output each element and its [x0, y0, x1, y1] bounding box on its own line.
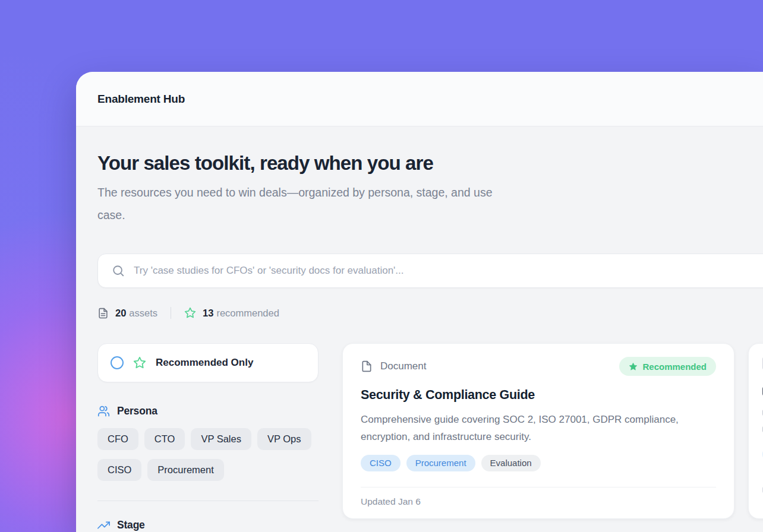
persona-chip-procurement[interactable]: Procurement [147, 459, 223, 481]
tag-procurement: Procurement [406, 455, 475, 471]
stats-divider [171, 307, 171, 319]
stats-row: 20 assets 13 recommended [97, 306, 763, 320]
card-title: Security & Compliance Guide [361, 388, 716, 403]
search-input[interactable] [134, 265, 763, 277]
recommended-count: 13 [203, 308, 213, 319]
app-title: Enablement Hub [97, 93, 185, 106]
recommended-only-toggle[interactable]: Recommended Only [97, 343, 319, 382]
card-divider [361, 487, 716, 487]
card-description-line: encryption, and infrastructure security. [361, 428, 716, 445]
search-bar[interactable] [97, 254, 763, 288]
page-subtitle: The resources you need to win deals—orga… [97, 181, 763, 226]
card-top-row: Document Recommended [361, 357, 716, 376]
card-updated: Updated Jan 6 [361, 496, 716, 507]
users-icon [97, 405, 110, 417]
tag-ciso: CISO [361, 455, 401, 471]
assets-label: assets [129, 308, 157, 319]
persona-chip-cfo[interactable]: CFO [97, 428, 138, 450]
recommended-badge-label: Recommended [642, 362, 707, 372]
card-type-label: Document [380, 360, 426, 372]
card-description-line: Comprehensive guide covering SOC 2, ISO … [361, 411, 716, 428]
asset-card-security-compliance-guide[interactable]: Document Recommended Security & Complian… [342, 343, 734, 519]
persona-chip-ciso[interactable]: CISO [97, 459, 141, 481]
persona-chip-vp-ops[interactable]: VP Ops [257, 428, 311, 450]
page-subtitle-line: The resources you need to win deals—orga… [97, 181, 763, 204]
content-columns: Recommended Only Persona CFO CTO VP Sale… [97, 343, 763, 531]
persona-filter-label: Persona [117, 405, 157, 417]
radio-circle-icon[interactable] [111, 356, 124, 369]
assets-count: 20 [115, 308, 126, 319]
app-header: Enablement Hub [76, 72, 763, 126]
app-body: Your sales toolkit, ready when you are T… [76, 126, 763, 531]
asset-cards-area: Document Recommended Security & Complian… [342, 343, 763, 519]
stage-filter-label: Stage [117, 519, 145, 531]
persona-filter-header: Persona [97, 405, 319, 417]
file-text-icon [97, 308, 109, 319]
page-subtitle-line: case. [97, 204, 763, 226]
filters-sidebar: Recommended Only Persona CFO CTO VP Sale… [97, 343, 319, 531]
card-type: Document [361, 360, 426, 372]
star-filled-icon [629, 362, 638, 371]
persona-chip-cto[interactable]: CTO [144, 428, 185, 450]
trending-up-icon [97, 519, 110, 531]
sidebar-divider [97, 501, 319, 501]
star-icon [184, 307, 196, 319]
search-icon [112, 264, 125, 277]
page-title: Your sales toolkit, ready when you are [97, 153, 763, 174]
card-description: Comprehensive guide covering SOC 2, ISO … [361, 411, 716, 445]
tag-evaluation: Evaluation [481, 455, 541, 471]
recommended-badge: Recommended [619, 357, 716, 376]
card-tags: CISO Procurement Evaluation [361, 455, 716, 471]
recommended-label: recommended [216, 308, 279, 319]
recommended-only-label: Recommended Only [156, 357, 253, 369]
file-icon [361, 360, 373, 372]
enablement-hub-window: Enablement Hub Your sales toolkit, ready… [76, 72, 763, 532]
persona-chips: CFO CTO VP Sales VP Ops CISO Procurement [97, 428, 319, 481]
asset-card-cropped[interactable] [748, 343, 763, 519]
star-icon [133, 356, 146, 369]
persona-chip-vp-sales[interactable]: VP Sales [191, 428, 251, 450]
stage-filter-header: Stage [97, 519, 319, 531]
